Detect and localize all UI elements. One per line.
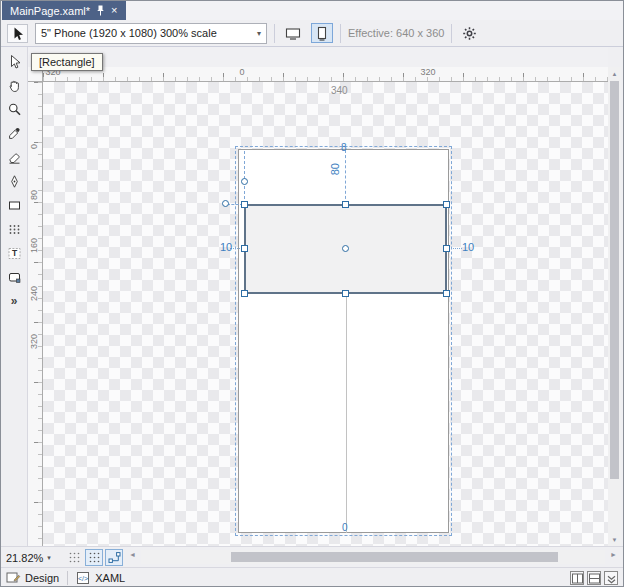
horizontal-split-icon <box>589 573 600 584</box>
ink-tool[interactable] <box>4 171 24 191</box>
scroll-down-icon[interactable]: ▼ <box>608 533 621 546</box>
svg-text:T: T <box>11 248 17 258</box>
scroll-right-icon[interactable]: ► <box>610 551 617 558</box>
ruler-label: 240 <box>29 286 40 301</box>
snap-to-snaplines-button[interactable] <box>105 549 123 566</box>
bottom-anchor-icon[interactable]: 0 <box>342 523 348 533</box>
chevron-down-icon: ▾ <box>257 29 261 38</box>
eraser-tool[interactable] <box>4 147 24 167</box>
snap-to-grid-button[interactable] <box>85 549 103 566</box>
anchor-handle[interactable] <box>241 178 248 185</box>
eyedropper-tool[interactable] <box>4 123 24 143</box>
text-tool[interactable]: T <box>4 243 24 263</box>
right-margin-label: 10 <box>462 241 474 253</box>
top-offset-label: 80 <box>329 163 341 175</box>
design-view-label: Design <box>25 572 59 584</box>
ruler-width-annotation: 340 <box>331 85 348 96</box>
horizontal-scrollbar[interactable] <box>141 550 605 564</box>
selection-handle-mid-left[interactable] <box>241 245 248 252</box>
margin-guide-top-center <box>345 150 346 204</box>
ruler-label: 0 <box>234 67 250 77</box>
collapse-pane-icon <box>606 573 617 584</box>
monitor-landscape-icon <box>285 26 301 41</box>
selection-handle-bottom-mid[interactable] <box>342 290 349 297</box>
zoom-level-value: 21.82% <box>6 552 43 564</box>
document-tabstrip: MainPage.xaml* × <box>1 1 623 20</box>
anchor-handle[interactable] <box>222 200 229 207</box>
ruler-label: 160 <box>29 238 40 253</box>
vertical-ruler: 0 80 160 240 320 <box>28 82 43 546</box>
pane-layout-buttons <box>570 571 618 585</box>
ruler-label: 80 <box>29 190 40 200</box>
rectangle-tool[interactable] <box>4 195 24 215</box>
more-tools-chevron-icon[interactable]: » <box>4 291 24 311</box>
device-selector[interactable]: 5" Phone (1920 x 1080) 300% scale ▾ <box>35 23 267 44</box>
zoom-tool[interactable] <box>4 99 24 119</box>
ruler-label: 320 <box>29 334 40 349</box>
ruler-label: 320 <box>420 67 436 77</box>
selection-tool[interactable] <box>4 51 24 71</box>
selection-handle-mid-right[interactable] <box>443 245 450 252</box>
canvas-top-strip <box>28 47 608 67</box>
left-margin-label: 10 <box>220 241 232 253</box>
gear-icon[interactable] <box>459 23 479 43</box>
shape-tool[interactable] <box>4 267 24 287</box>
snap-grid-icon <box>88 551 101 564</box>
chevron-down-icon: ▾ <box>47 554 51 562</box>
selection-handle-top-mid[interactable] <box>342 201 349 208</box>
toolbar-separator <box>451 24 452 43</box>
monitor-portrait-icon <box>314 26 330 41</box>
landscape-orientation-button[interactable] <box>282 23 304 43</box>
xaml-designer-window: MainPage.xaml* × 5" Phone (1920 x 1080) … <box>0 0 624 587</box>
selection-handle-bottom-left[interactable] <box>241 290 248 297</box>
horizontal-ruler: 320 0 320 <box>43 67 608 82</box>
tab-mainpage-xaml[interactable]: MainPage.xaml* × <box>2 1 126 20</box>
portrait-orientation-button[interactable] <box>311 23 333 43</box>
pointer-icon <box>10 26 25 41</box>
top-anchor-icon[interactable]: 8 <box>341 143 347 153</box>
scroll-up-icon[interactable]: ▲ <box>608 67 621 80</box>
toolbar-separator <box>274 24 275 43</box>
zoom-level-select[interactable]: 21.82% ▾ <box>6 550 51 565</box>
snaplines-icon <box>108 551 121 564</box>
tooltip-text: [Rectangle] <box>39 56 95 68</box>
design-view-icon <box>6 571 21 585</box>
ruler-label: 0 <box>29 144 40 149</box>
grid-dots-icon <box>68 551 81 564</box>
zoom-bar: 21.82% ▾ ◄ ► <box>1 546 623 567</box>
vertical-split-button[interactable] <box>570 571 584 585</box>
toolbar-separator <box>340 24 341 43</box>
xaml-view-icon: </> <box>76 571 91 585</box>
tools-palette: T » <box>1 47 28 546</box>
tool-tooltip: [Rectangle] <box>31 53 103 71</box>
pan-tool[interactable] <box>4 75 24 95</box>
effective-resolution-label: Effective: 640 x 360 <box>348 27 444 39</box>
svg-text:</>: </> <box>78 575 88 582</box>
show-snap-grid-button[interactable] <box>65 549 83 566</box>
status-separator <box>67 571 68 585</box>
selection-handle-top-left[interactable] <box>241 201 248 208</box>
pointer-tool-button[interactable] <box>7 24 28 43</box>
tab-title: MainPage.xaml* <box>10 5 90 17</box>
xaml-view-label: XAML <box>95 572 125 584</box>
center-node-handle[interactable] <box>342 245 349 252</box>
center-guide-line <box>346 294 347 533</box>
pin-icon[interactable] <box>96 5 105 16</box>
vertical-scroll-thumb[interactable] <box>610 81 619 479</box>
horizontal-split-button[interactable] <box>587 571 601 585</box>
vertical-scrollbar[interactable]: ▲ ▼ <box>608 67 621 546</box>
grid-tool[interactable] <box>4 219 24 239</box>
close-icon[interactable]: × <box>111 5 117 16</box>
tab-design-view[interactable]: Design <box>6 571 59 585</box>
collapse-pane-button[interactable] <box>604 571 618 585</box>
designer-toolbar: 5" Phone (1920 x 1080) 300% scale ▾ Effe… <box>1 20 623 47</box>
tab-xaml-view[interactable]: </> XAML <box>76 571 125 585</box>
device-selector-value: 5" Phone (1920 x 1080) 300% scale <box>41 27 217 39</box>
view-switcher-bar: Design </> XAML <box>1 567 623 587</box>
scroll-left-icon[interactable]: ◄ <box>129 551 136 558</box>
selection-handle-top-right[interactable] <box>443 201 450 208</box>
selection-handle-bottom-right[interactable] <box>443 290 450 297</box>
vertical-split-icon <box>572 573 583 584</box>
horizontal-scroll-thumb[interactable] <box>231 552 558 562</box>
